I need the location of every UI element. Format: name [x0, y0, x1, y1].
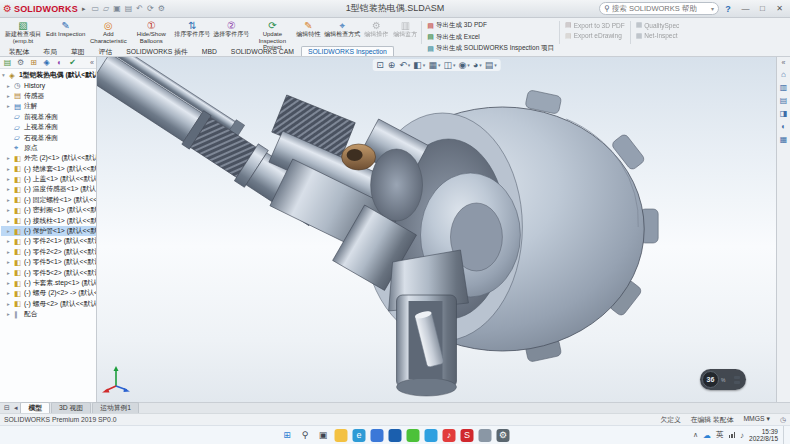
model-bottom-fitting[interactable] [389, 250, 469, 396]
view-palette-icon[interactable]: ◨ [780, 109, 788, 118]
search-input[interactable] [612, 4, 709, 13]
zoom-area-icon[interactable]: ⊕ [388, 60, 397, 70]
zoom-badge-buttons[interactable] [734, 376, 740, 384]
music-icon[interactable]: ♪ [443, 429, 456, 442]
ribbon-tab[interactable]: MBD [195, 46, 224, 56]
configurationmanager-tab-icon[interactable]: ⊞ [28, 58, 39, 67]
ribbon-tab[interactable]: SOLIDWORKS Inspection [301, 46, 394, 56]
expand-arrow-icon[interactable]: ▸ [7, 238, 12, 244]
inspection-tab-icon[interactable]: ✔ [67, 58, 78, 67]
options-icon[interactable]: ⚙ [156, 4, 167, 13]
tree-item[interactable]: ▸ ◧ (-) 零件5<2> (默认<<默认>_显示状态 [1, 267, 96, 277]
status-item[interactable]: MMGS ▾ [743, 415, 769, 425]
export-edrawing-button[interactable]: ▤ Export eDrawing [565, 32, 625, 40]
search-icon[interactable]: ⚲ [299, 429, 312, 442]
edge-icon[interactable]: e [353, 429, 366, 442]
expand-arrow-icon[interactable]: ▸ [7, 270, 12, 276]
cad-icon[interactable] [479, 429, 492, 442]
wechat-icon[interactable] [407, 429, 420, 442]
doc-tab[interactable]: 模型 [20, 402, 50, 413]
add-characteristic-button[interactable]: ◎ Add Characteristic [87, 19, 129, 46]
ribbon-tab[interactable]: 草图 [64, 46, 92, 56]
tree-item[interactable]: ▸ ◧ (-) 零件5<1> (默认<<默认>_显示状态 [1, 257, 96, 267]
view-orientation-icon[interactable]: ▦ ▾ [428, 60, 440, 70]
doc-tab[interactable]: 3D 视图 [51, 402, 91, 413]
expand-arrow-icon[interactable]: ▸ [7, 83, 12, 89]
view-settings-icon[interactable]: ▤ ▾ [485, 60, 497, 70]
expand-arrow-icon[interactable]: ▸ [7, 197, 12, 203]
solidworks-resources-icon[interactable]: ⌂ [780, 70, 788, 79]
browser-icon[interactable] [371, 429, 384, 442]
export-swinspection-cn-button[interactable]: ▤ 导出生成 SOLIDWORKS Inspection 项目 [427, 44, 554, 53]
tree-item[interactable]: ▸ ◧ (-) 温度传感器<1> (默认<<默认>_显 [1, 184, 96, 194]
expand-arrow-icon[interactable]: ▸ [7, 311, 12, 317]
tree-item[interactable]: ▸ ▤ 注解 [1, 101, 96, 111]
settings-icon[interactable]: ⚙ [497, 429, 510, 442]
start-button[interactable]: ⊞ [281, 429, 294, 442]
tree-item[interactable]: ▸ ∥ 配合 [1, 309, 96, 319]
open-file-icon[interactable]: ▱ [101, 4, 111, 13]
tree-item[interactable]: ▱ 前视基准面 [1, 112, 96, 122]
help-icon[interactable]: ? [722, 4, 734, 14]
menu-expand-icon[interactable]: ▸ [80, 5, 88, 13]
expand-arrow-icon[interactable]: ▸ [7, 218, 12, 224]
edit-appearance-icon[interactable]: ◕ ▾ [473, 60, 482, 70]
qq-icon[interactable] [425, 429, 438, 442]
expand-arrow-icon[interactable]: ▸ [7, 249, 12, 255]
solidworks-icon[interactable]: S [461, 429, 474, 442]
export-3dpdf-cn-button[interactable]: ▤ 导出生成 3D PDF [427, 21, 554, 30]
ribbon-tab[interactable]: 布局 [36, 46, 64, 56]
tray-overflow-icon[interactable]: ∧ [693, 431, 698, 439]
edit-characteristic-button[interactable]: ✎ 编辑特性 [294, 19, 322, 46]
model-3d-view[interactable] [97, 57, 776, 402]
update-inspection-project-button[interactable]: ⟳ Update Inspection Project [251, 19, 293, 46]
save-icon[interactable]: ▣ [111, 4, 123, 13]
expand-arrow-icon[interactable]: ▸ [7, 186, 12, 192]
tree-item[interactable]: ▸ ▤ 传感器 [1, 91, 96, 101]
rebuild-icon[interactable]: ⟳ [145, 4, 156, 13]
search-box[interactable]: ⚲ ▾ [599, 2, 719, 15]
displaymanager-tab-icon[interactable]: ◐ [54, 58, 65, 67]
expand-arrow-icon[interactable]: ▸ [7, 280, 12, 286]
expand-arrow-icon[interactable]: ▾ [2, 72, 7, 78]
tree-item[interactable]: ▸ ◧ (-) 绝缘套<1> (默认<<默认>_显示状 [1, 164, 96, 174]
hide-show-balloons-button[interactable]: ① Hide/Show Balloons [130, 19, 172, 46]
tree-item[interactable]: ▸ ◧ (-) 密封圈<1> (默认<<默认>_显示状 [1, 205, 96, 215]
propertymanager-tab-icon[interactable]: ⚙ [15, 58, 26, 67]
export-excel-cn-button[interactable]: ▤ 导出生成 Excel [427, 33, 554, 42]
tree-item[interactable]: ▸ ◧ (-) 保护管<1> (默认<<默认>_显示状 [1, 226, 96, 236]
print-icon[interactable]: ▤ [123, 4, 135, 13]
tree-item[interactable]: ▸ ◧ (-) 接线柱<1> (默认<<默认>_显示状态 [1, 215, 96, 225]
tree-root-item[interactable]: ▾ ◈ 1型铠装热电偶 (默认<默认_显示状态-1 [1, 70, 96, 80]
tree-item[interactable]: ▱ 右视基准面 [1, 132, 96, 142]
tree-item[interactable]: ▸ ◧ (-) 卡套素.step<1> (默认<<默认>_ [1, 278, 96, 288]
input-language-indicator[interactable]: 英 [716, 430, 724, 440]
new-file-icon[interactable]: ▭ [89, 4, 101, 13]
tab-scroll-icon[interactable]: ◂ [12, 403, 20, 413]
edit-inspection-button[interactable]: ✎ Edit Inspection [45, 19, 86, 46]
tree-item[interactable]: ▸ ◧ 外壳 (2)<1> (默认<<默认>_显示状态 [1, 153, 96, 163]
ribbon-tab[interactable]: SOLIDWORKS CAM [224, 46, 301, 56]
undo-icon[interactable]: ↶ [134, 4, 145, 13]
expand-arrow-icon[interactable]: ▸ [7, 290, 12, 296]
display-style-icon[interactable]: ◫ ▾ [443, 60, 455, 70]
maximize-button[interactable]: □ [754, 1, 771, 16]
edit-operation-button[interactable]: ⚙ 编辑操作 [362, 19, 390, 46]
task-view-icon[interactable]: ▣ [317, 429, 330, 442]
expand-arrow-icon[interactable]: ▸ [7, 166, 12, 172]
panel-collapse-icon[interactable]: « [90, 59, 94, 66]
qualityspec-button[interactable]: ▦ QualitySpec [636, 21, 680, 29]
dimxpertmanager-tab-icon[interactable]: ◈ [41, 58, 52, 67]
office-icon[interactable] [389, 429, 402, 442]
show-desktop-button[interactable] [783, 426, 787, 444]
ribbon-tab[interactable]: 装配体 [2, 46, 36, 56]
status-item[interactable]: 欠定义 [660, 415, 680, 425]
design-library-icon[interactable]: ▥ [780, 83, 788, 92]
close-button[interactable]: ✕ [771, 1, 788, 16]
expand-arrow-icon[interactable]: ▸ [7, 207, 12, 213]
expand-arrow-icon[interactable]: ▸ [7, 155, 12, 161]
tree-item[interactable]: ▸ ◧ (-) 零件2<1> (默认<<默认>_显示状态 [1, 236, 96, 246]
net-inspect-button[interactable]: ▦ Net-Inspect [636, 32, 680, 40]
expand-arrow-icon[interactable]: ▸ [7, 93, 12, 99]
network-icon[interactable] [729, 432, 736, 438]
